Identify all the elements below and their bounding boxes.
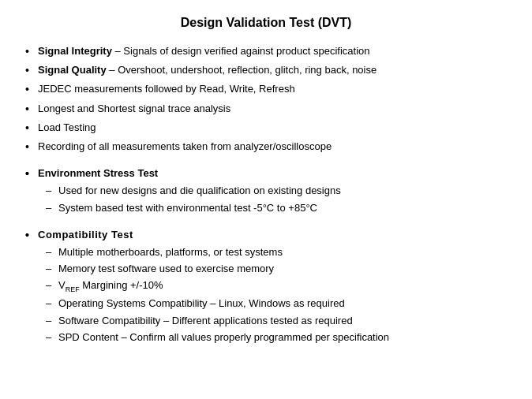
sub-list-env-stress: Used for new designs and die qualificati… — [44, 184, 508, 214]
bullet-item-signal-quality: Signal Quality – Overshoot, undershoot, … — [24, 63, 508, 77]
sub-item-compatibility-0: Multiple motherboards, platforms, or tes… — [44, 245, 508, 259]
bullet-item-longest-shortest: Longest and Shortest signal trace analys… — [24, 102, 508, 116]
sub-list-compatibility: Multiple motherboards, platforms, or tes… — [44, 245, 508, 345]
sub-item-compatibility-3: Operating Systems Compatibility – Linux,… — [44, 296, 508, 311]
sub-item-compatibility-4: Software Compatibility – Different appli… — [44, 314, 508, 328]
sub-item-env-stress-0: Used for new designs and die qualificati… — [44, 184, 508, 198]
bullet-item-load-testing: Load Testing — [24, 121, 508, 135]
page-title: Design Validation Test (DVT) — [24, 16, 508, 30]
sub-item-compatibility-1: Memory test software used to exercise me… — [44, 262, 508, 276]
bullet-item-recording: Recording of all measurements taken from… — [24, 140, 508, 154]
sub-item-compatibility-2: VREF Margining +/-10% — [44, 278, 508, 294]
sub-item-compatibility-5: SPD Content – Confirm all values properl… — [44, 330, 508, 345]
section-list-compatibility: •Compatibility TestMultiple motherboards… — [24, 228, 508, 345]
bullet-item-jedec: JEDEC measurements followed by Read, Wri… — [24, 82, 508, 96]
bullet-item-signal-integrity: Signal Integrity – Signals of design ver… — [24, 44, 508, 58]
main-bullet-list: Signal Integrity – Signals of design ver… — [24, 44, 508, 154]
section-list-env-stress: •Environment Stress TestUsed for new des… — [24, 166, 508, 215]
section-item-compatibility: •Compatibility TestMultiple motherboards… — [24, 228, 508, 345]
section-item-env-stress: •Environment Stress TestUsed for new des… — [24, 166, 508, 215]
sub-item-env-stress-1: System based test with environmental tes… — [44, 201, 508, 215]
